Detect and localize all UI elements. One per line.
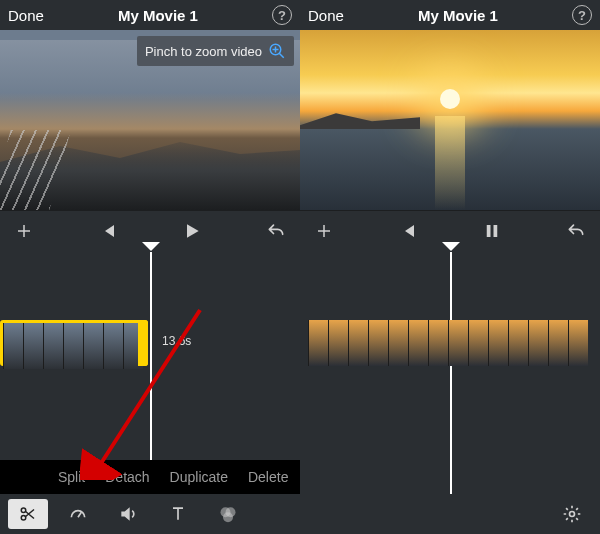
zoom-hint: Pinch to zoom video [137, 36, 294, 66]
undo-button[interactable] [264, 219, 288, 243]
magnifier-plus-icon [268, 42, 286, 60]
help-button[interactable]: ? [572, 5, 592, 25]
editor-pane-right: Done My Movie 1 ? [300, 0, 600, 534]
playhead[interactable] [150, 252, 152, 494]
svg-rect-11 [494, 225, 498, 237]
timeline[interactable]: 13.6s [0, 250, 300, 494]
project-title: My Movie 1 [418, 7, 498, 24]
project-title: My Movie 1 [118, 7, 198, 24]
detach-button[interactable]: Detach [105, 469, 149, 485]
svg-point-12 [570, 512, 575, 517]
video-preview[interactable] [300, 30, 600, 210]
timeline[interactable] [300, 250, 600, 494]
clip-actions-bar: Split Detach Duplicate Delete [0, 460, 300, 494]
settings-button[interactable] [552, 499, 592, 529]
duplicate-button[interactable]: Duplicate [170, 469, 228, 485]
skip-back-button[interactable] [396, 219, 420, 243]
titles-tool[interactable] [158, 499, 198, 529]
svg-line-1 [279, 53, 284, 58]
svg-rect-10 [487, 225, 491, 237]
clip-duration-label: 13.6s [162, 334, 191, 348]
topbar: Done My Movie 1 ? [0, 0, 300, 30]
speed-tool[interactable] [58, 499, 98, 529]
clip-trim-handle[interactable] [138, 320, 148, 366]
split-button[interactable]: Split [58, 469, 85, 485]
filters-tool[interactable] [208, 499, 248, 529]
editor-pane-left: Done My Movie 1 ? Pinch to zoom video 13… [0, 0, 300, 534]
done-button[interactable]: Done [308, 7, 344, 24]
done-button[interactable]: Done [8, 7, 44, 24]
delete-button[interactable]: Delete [248, 469, 288, 485]
skip-back-button[interactable] [96, 219, 120, 243]
play-button[interactable] [180, 219, 204, 243]
bottom-toolbar [300, 494, 600, 534]
volume-tool[interactable] [108, 499, 148, 529]
undo-button[interactable] [564, 219, 588, 243]
bottom-toolbar [0, 494, 300, 534]
pause-button[interactable] [480, 219, 504, 243]
add-media-button[interactable] [12, 219, 36, 243]
timeline-clip[interactable] [308, 320, 592, 366]
svg-point-8 [223, 512, 233, 522]
video-preview[interactable]: Pinch to zoom video [0, 30, 300, 210]
add-media-button[interactable] [312, 219, 336, 243]
topbar: Done My Movie 1 ? [300, 0, 600, 30]
playhead[interactable] [450, 252, 452, 494]
help-button[interactable]: ? [272, 5, 292, 25]
zoom-hint-label: Pinch to zoom video [145, 44, 262, 59]
scissors-tool[interactable] [8, 499, 48, 529]
timeline-clip-selected[interactable] [0, 320, 148, 366]
